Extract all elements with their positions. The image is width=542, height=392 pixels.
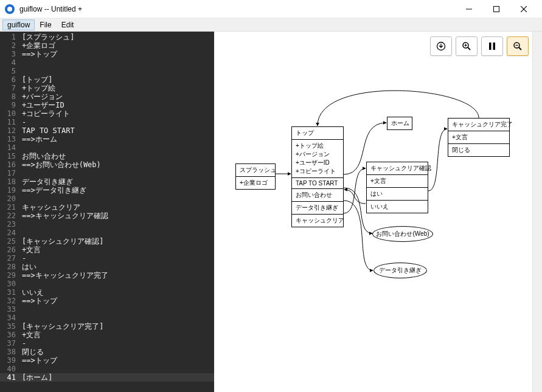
editor-line[interactable]: 10+コピーライト (0, 109, 214, 118)
menu-file[interactable]: File (35, 19, 56, 30)
line-text: +文言 (22, 331, 41, 339)
window-title: guiflow -- Untitled + (19, 5, 82, 13)
line-number: 3 (0, 50, 22, 58)
editor-line[interactable]: 38閉じる (0, 348, 214, 356)
node-confirm[interactable]: キャッシュクリア確認 +文言 はい いいえ (366, 162, 428, 213)
menu-edit[interactable]: Edit (57, 19, 79, 30)
svg-rect-10 (493, 43, 496, 50)
editor-line[interactable]: 29==>キャッシュクリア完了 (0, 271, 214, 280)
node-row: TAP TO START (292, 178, 343, 189)
editor-line[interactable]: 33 (0, 305, 214, 314)
node-top[interactable]: トップ +トップ絵 +バージョン +ユーザーID +コピーライト TAP TO … (291, 126, 344, 227)
editor-line[interactable]: 5 (0, 67, 214, 75)
editor-line[interactable]: 2+企業ロゴ (0, 41, 214, 50)
zoom-out-button[interactable] (507, 36, 529, 56)
editor-line[interactable]: 4 (0, 58, 214, 67)
line-number: 9 (0, 101, 22, 109)
editor-line[interactable]: 11- (0, 118, 214, 126)
editor-line[interactable]: 25[キャッシュクリア確認] (0, 237, 214, 246)
line-text: ==>トップ (22, 297, 57, 305)
editor-line[interactable]: 7+トップ絵 (0, 84, 214, 92)
editor-line[interactable]: 16==>お問い合わせ(Web) (0, 160, 214, 169)
editor-line[interactable]: 24 (0, 229, 214, 237)
line-text: ==>キャッシュクリア確認 (22, 211, 108, 220)
editor-line[interactable]: 31いいえ (0, 288, 214, 297)
line-text: ==>お問い合わせ(Web) (22, 160, 101, 169)
editor-line[interactable]: 40 (0, 365, 214, 373)
line-number: 17 (0, 169, 22, 177)
node-datainherit[interactable]: データ引き継ぎ (373, 263, 427, 278)
editor-line[interactable]: 35[キャッシュクリア完了] (0, 322, 214, 331)
line-text: [トップ] (22, 75, 52, 84)
diagram-canvas[interactable]: スプラッシュ +企業ロゴ トップ +トップ絵 +バージョン +ユーザーID +コ… (214, 32, 542, 392)
node-row: データ引き継ぎ (292, 202, 343, 215)
editor-line[interactable]: 41[ホーム] (0, 373, 214, 382)
line-number: 14 (0, 143, 22, 152)
editor-line[interactable]: 19==>データ引き継ぎ (0, 186, 214, 194)
editor-line[interactable]: 6[トップ] (0, 75, 214, 84)
menu-guiflow[interactable]: guiflow (2, 19, 35, 30)
line-number: 1 (0, 33, 22, 41)
zoom-in-button[interactable] (456, 36, 478, 56)
line-text: - (22, 254, 26, 263)
line-text: +バージョン (22, 92, 63, 101)
node-done[interactable]: キャッシュクリア完了 +文言 閉じる (448, 118, 510, 157)
maximize-button[interactable] (482, 0, 510, 18)
line-number: 11 (0, 118, 22, 126)
editor-line[interactable]: 30 (0, 280, 214, 288)
node-inquiry[interactable]: お問い合わせ(Web) (372, 226, 433, 242)
line-number: 30 (0, 280, 22, 288)
line-text: お問い合わせ (22, 152, 66, 160)
line-number: 27 (0, 254, 22, 263)
editor-line[interactable]: 36+文言 (0, 331, 214, 339)
editor-line[interactable]: 34 (0, 314, 214, 322)
editor-line[interactable]: 28はい (0, 263, 214, 271)
editor-line[interactable]: 39==>トップ (0, 356, 214, 365)
preview-pane[interactable]: スプラッシュ +企業ロゴ トップ +トップ絵 +バージョン +ユーザーID +コ… (214, 32, 542, 392)
close-icon (521, 6, 527, 12)
editor-line[interactable]: 1[スプラッシュ] (0, 33, 214, 41)
preview-scrollbar[interactable] (532, 32, 542, 392)
minimize-icon (466, 6, 472, 12)
editor-line[interactable]: 37- (0, 339, 214, 348)
editor-line[interactable]: 12TAP TO START (0, 126, 214, 135)
editor-line[interactable]: 23 (0, 220, 214, 229)
node-splash[interactable]: スプラッシュ +企業ロゴ (235, 163, 276, 190)
line-number: 35 (0, 322, 22, 331)
maximize-icon (493, 6, 499, 12)
close-button[interactable] (510, 0, 537, 18)
editor-line[interactable]: 15お問い合わせ (0, 152, 214, 160)
node-row: +コピーライト (292, 167, 343, 178)
node-home[interactable]: ホーム (387, 117, 412, 130)
editor-line[interactable]: 13==>ホーム (0, 135, 214, 143)
node-header: キャッシュクリア確認 (367, 162, 428, 175)
editor-line[interactable]: 20 (0, 194, 214, 203)
node-label: お問い合わせ(Web) (376, 230, 429, 238)
line-text: - (22, 339, 26, 348)
line-text: データ引き継ぎ (22, 177, 73, 186)
editor-pane[interactable]: 1[スプラッシュ]2+企業ロゴ3==>トップ456[トップ]7+トップ絵8+バー… (0, 32, 214, 392)
line-number: 8 (0, 92, 22, 101)
editor-line[interactable]: 14 (0, 143, 214, 152)
line-number: 39 (0, 356, 22, 365)
minimize-button[interactable] (455, 0, 482, 18)
download-button[interactable] (430, 36, 452, 56)
line-text: ==>トップ (22, 50, 57, 58)
editor-line[interactable]: 32==>トップ (0, 297, 214, 305)
line-number: 19 (0, 186, 22, 194)
editor-line[interactable]: 18データ引き継ぎ (0, 177, 214, 186)
editor-line[interactable]: 21キャッシュクリア (0, 203, 214, 211)
editor-line[interactable]: 27- (0, 254, 214, 263)
pause-button[interactable] (481, 36, 503, 56)
editor-line[interactable]: 22==>キャッシュクリア確認 (0, 211, 214, 220)
editor-line[interactable]: 9+ユーザーID (0, 101, 214, 109)
svg-rect-9 (489, 43, 492, 50)
line-number: 38 (0, 348, 22, 356)
line-text: [ホーム] (22, 373, 52, 382)
line-number: 20 (0, 194, 22, 203)
editor-line[interactable]: 26+文言 (0, 246, 214, 254)
editor-line[interactable]: 17 (0, 169, 214, 177)
line-number: 25 (0, 237, 22, 246)
editor-line[interactable]: 8+バージョン (0, 92, 214, 101)
editor-line[interactable]: 3==>トップ (0, 50, 214, 58)
